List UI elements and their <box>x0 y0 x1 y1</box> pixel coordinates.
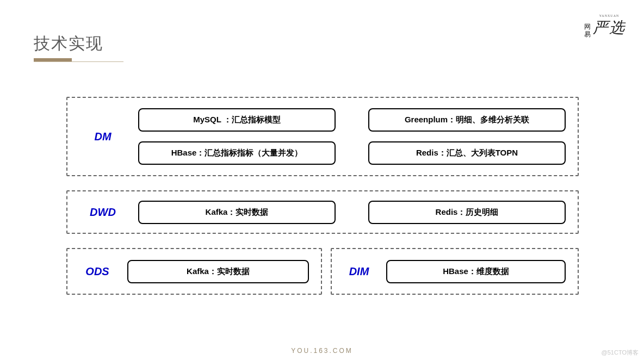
layer-dwd: DWD Kafka：实时数据 Redis：历史明细 <box>66 190 579 234</box>
footer-url: YOU.163.COM <box>0 347 644 355</box>
cell-dwd-kafka: Kafka：实时数据 <box>138 201 336 224</box>
brand-logo-small-top: 网 <box>584 23 591 30</box>
layer-dm-row2: HBase：汇总指标指标（大量并发） Redis：汇总、大列表TOPN <box>138 141 566 165</box>
cell-dm-redis: Redis：汇总、大列表TOPN <box>368 141 566 165</box>
cell-dwd-redis: Redis：历史明细 <box>368 201 566 224</box>
layer-dm: DM MySQL ：汇总指标模型 Greenplum：明细、多维分析关联 HBa… <box>66 97 579 176</box>
layer-ods-label: ODS <box>67 265 127 278</box>
layer-dwd-cells: Kafka：实时数据 Redis：历史明细 <box>138 192 578 233</box>
layer-ods: ODS Kafka：实时数据 <box>66 248 322 295</box>
layer-dwd-row: Kafka：实时数据 Redis：历史明细 <box>138 201 566 224</box>
architecture-diagram: DM MySQL ：汇总指标模型 Greenplum：明细、多维分析关联 HBa… <box>66 97 579 295</box>
watermark: @51CTO博客 <box>602 349 639 357</box>
brand-logo-small: 网 易 <box>584 23 591 38</box>
cell-dm-hbase: HBase：汇总指标指标（大量并发） <box>138 141 336 165</box>
cell-dm-greenplum: Greenplum：明细、多维分析关联 <box>368 108 566 132</box>
layer-dim-row: HBase：维度数据 <box>386 260 566 283</box>
layer-dim-cells: HBase：维度数据 <box>386 251 578 292</box>
layer-dm-row1: MySQL ：汇总指标模型 Greenplum：明细、多维分析关联 <box>138 108 566 132</box>
layer-dim: DIM HBase：维度数据 <box>331 248 579 295</box>
bottom-row: ODS Kafka：实时数据 DIM HBase：维度数据 <box>66 248 579 295</box>
cell-dm-mysql: MySQL ：汇总指标模型 <box>138 108 336 132</box>
layer-dwd-label: DWD <box>67 206 138 219</box>
brand-logo: 网 易 YANXUAN 严选 <box>584 14 626 38</box>
layer-dim-label: DIM <box>332 265 386 278</box>
layer-dm-cells: MySQL ：汇总指标模型 Greenplum：明细、多维分析关联 HBase：… <box>138 100 578 173</box>
cell-dim-hbase: HBase：维度数据 <box>386 260 566 283</box>
layer-dm-label: DM <box>67 131 138 143</box>
slide-title: 技术实现 <box>34 33 123 55</box>
layer-ods-cells: Kafka：实时数据 <box>127 251 321 292</box>
brand-logo-small-bottom: 易 <box>584 30 591 38</box>
layer-ods-row: Kafka：实时数据 <box>127 260 309 283</box>
slide-title-block: 技术实现 <box>34 33 123 62</box>
cell-ods-kafka: Kafka：实时数据 <box>127 260 309 283</box>
brand-logo-big: 严选 <box>593 17 626 38</box>
title-underline-thin <box>34 61 123 62</box>
